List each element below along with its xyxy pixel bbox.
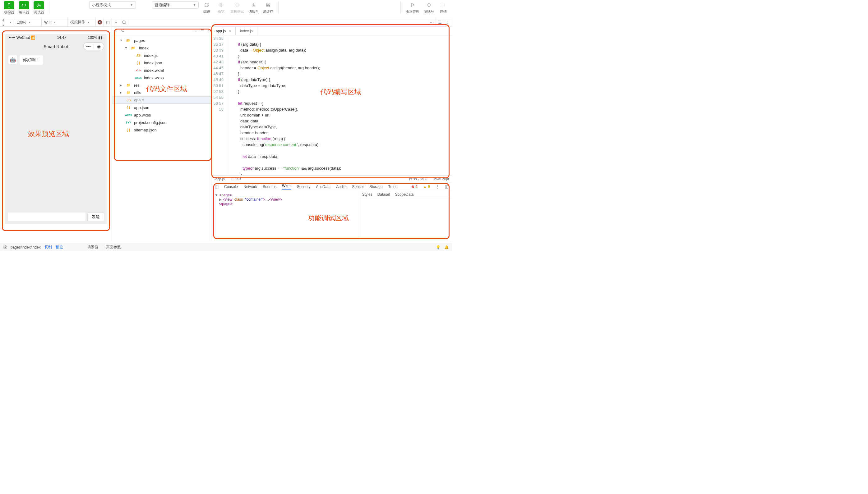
compile-button[interactable] [202,1,212,9]
tree-item-sitemap-json[interactable]: { }sitemap.json [112,126,211,134]
devtools-tabs: ⬚ ConsoleNetworkSourcesWxmlSecurityAppDa… [211,183,452,191]
devtools-tab-audits[interactable]: Audits [336,185,346,189]
close-icon[interactable]: × [229,29,231,33]
tree-item-index-json[interactable]: { }index.json [112,59,211,66]
editor-statusbar: /app.js 1.9 KB 行 44，列 1 JavaScript [211,175,452,182]
code-area[interactable]: if (arg.data) { data = Object.assign(dat… [227,35,452,175]
svg-line-12 [125,23,126,24]
devtools-tab-storage[interactable]: Storage [370,185,383,189]
zoom-select[interactable]: 100%▾ [14,18,42,26]
simulator-panel: 效果预览区域 ••••• WeChat 📶 14:47 100% ▮▮ Smar… [0,27,112,241]
debugger-label: 调试器 [34,10,44,15]
devtools-tab-appdata[interactable]: AppData [316,185,331,189]
copy-link[interactable]: 复制 [44,245,52,250]
tree-item-project-config-json[interactable]: {●}project.config.json [112,119,211,126]
devtools-tab-network[interactable]: Network [243,185,257,189]
settings-sliders-icon[interactable]: ☰ [436,18,444,26]
svg-rect-3 [236,3,238,7]
editor-tabs: app.js×index.js [211,27,452,35]
preview-button[interactable] [216,1,226,9]
add-icon[interactable]: ＋ [112,18,120,26]
svg-point-2 [220,4,222,5]
test-number-button[interactable] [424,1,434,9]
dock-icon[interactable]: ◫ [104,18,112,26]
devtools-tab-security[interactable]: Security [297,185,310,189]
mute-icon[interactable]: 🔇 [96,18,104,26]
gutter: 34 35 36 37 38 39 40 41 42 43 44 45 46 4… [211,35,227,175]
status-position: 行 44，列 1 [409,176,427,181]
tree-item-app-json[interactable]: { }app.json [112,104,211,111]
svg-point-7 [413,5,414,5]
top-toolbar: 模拟器 编辑器 调试器 小程序模式▼ 普通编译▼ 编译 预览 真机调试 切后台 … [0,0,452,18]
page-title: Smart Robot [43,44,68,49]
second-bar: e 5▾ 100%▾ WiFi▾ 模拟操作▾ 🔇 ◫ ＋ ⋯ ☰ ↕ [0,18,452,27]
page-params-label: 页面参数 [106,245,121,250]
clear-cache-button[interactable] [263,1,273,9]
capsule-more-icon[interactable]: ••• [84,44,94,49]
bottom-statusbar: 径 pages/index/index 复制 预览 场景值 页面参数 💡 🔔 [0,243,452,251]
devtools-tab-sources[interactable]: Sources [263,185,276,189]
search-icon[interactable] [120,18,128,26]
status-language: JavaScript [433,177,449,181]
device-select[interactable]: e 5▾ [0,18,14,26]
devtools-tab-sensor[interactable]: Sensor [352,185,364,189]
preview-link[interactable]: 预览 [56,245,63,250]
svg-point-4 [266,3,270,4]
mock-op-select[interactable]: 模拟操作▾ [68,18,96,26]
mode-select[interactable]: 小程序模式▼ [89,1,136,9]
tree-item-index-wxss[interactable]: wxssindex.wxss [112,74,211,81]
svg-point-6 [411,6,412,7]
capsule-close-icon[interactable]: ◉ [94,44,104,49]
inspect-icon[interactable]: ⬚ [215,185,219,189]
devtools-dock-icon[interactable]: ◫ [445,185,448,189]
tree-item-index-js[interactable]: JSindex.js [112,52,211,59]
debugger-button[interactable] [34,1,44,9]
svg-rect-0 [8,3,10,7]
devtools-more-icon[interactable]: ⋮ [436,185,439,189]
tree-settings-icon[interactable]: ☰ [201,28,204,33]
background-button[interactable] [249,1,259,9]
network-select[interactable]: WiFi▾ [42,18,68,26]
wxml-tree[interactable]: ▼ <page> ▶ <view class="container">…</vi… [211,191,359,240]
file-tree-panel: 代码文件区域 ＋ ⋯ ☰ ↕ ▼📂pages▼📂indexJSindex.js{… [112,27,211,241]
devtools-side-tab-styles[interactable]: Styles [362,192,372,197]
sort-icon[interactable]: ↕ [444,18,452,26]
tree-sort-icon[interactable]: ↕ [207,28,209,33]
tree-search-icon[interactable] [121,28,125,34]
tree-item-pages[interactable]: ▼📂pages [112,37,211,44]
devtools-tab-console[interactable]: Console [224,185,238,189]
devtools-tab-wxml[interactable]: Wxml [282,184,291,190]
devtools-tab-trace[interactable]: Trace [388,185,398,189]
devtools-panel: 功能调试区域 ⬚ ConsoleNetworkSourcesWxmlSecuri… [211,182,452,241]
status-path: /app.js [215,177,224,181]
editor-button[interactable] [19,1,29,9]
bell-icon[interactable]: 🔔 [444,245,449,249]
details-button[interactable] [438,1,448,9]
editor-tab-app-js[interactable]: app.js× [211,27,236,35]
tree-item-app-js[interactable]: JSapp.js [112,96,211,104]
tree-more-icon[interactable]: ⋯ [193,28,198,33]
chevron-down-icon: ▼ [193,3,196,6]
tree-item-res[interactable]: ▶📁res [112,81,211,89]
tree-add-icon[interactable]: ＋ [114,28,118,34]
compile-select[interactable]: 普通编译▼ [152,1,199,9]
svg-line-14 [124,31,125,32]
tree-item-index[interactable]: ▼📂index [112,44,211,52]
page-path: pages/index/index [11,245,41,249]
path-prefix: 径 [3,245,7,250]
version-mgmt-button[interactable] [408,1,418,9]
error-count[interactable]: ⊗ 4 [411,185,418,189]
simulator-button[interactable] [4,1,14,9]
devtools-side-tab-scopedata[interactable]: ScopeData [395,192,413,197]
tree-item-utils[interactable]: ▶📁utils [112,89,211,96]
devtools-side-tab-dataset[interactable]: Dataset [377,192,390,197]
chevron-down-icon: ▼ [130,3,133,6]
tips-icon[interactable]: 💡 [436,245,441,249]
remote-debug-button[interactable] [232,1,242,9]
tree-item-index-wxml[interactable]: < >index.wxml [112,66,211,74]
warning-count[interactable]: ▲ 9 [423,185,430,189]
more-icon[interactable]: ⋯ [428,18,436,26]
editor-panel: 代码编写区域 app.js×index.js 34 35 36 37 38 39… [211,27,452,241]
editor-tab-index-js[interactable]: index.js [236,27,257,35]
tree-item-app-wxss[interactable]: wxssapp.wxss [112,111,211,119]
